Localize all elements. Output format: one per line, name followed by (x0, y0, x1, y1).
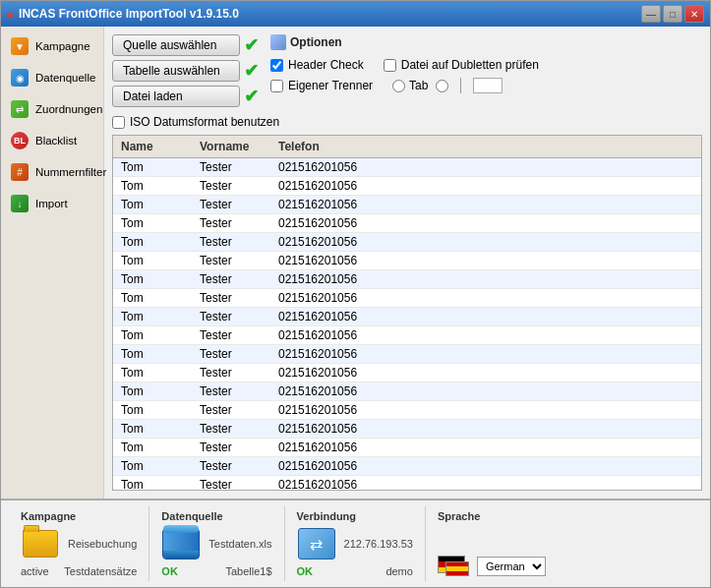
cell-telefon: 021516201056 (270, 252, 365, 269)
sidebar-label-zuordnungen: Zuordnungen (35, 103, 102, 115)
col-name: Name (113, 138, 192, 155)
eigener-trenner-checkbox[interactable] (270, 80, 283, 92)
cell-name: Tom (113, 345, 192, 363)
cell-telefon: 021516201056 (270, 364, 365, 382)
cell-name: Tom (113, 233, 192, 251)
cell-name: Tom (113, 177, 192, 195)
cell-name: Tom (113, 420, 192, 438)
table-row[interactable]: TomTester021516201056 (113, 439, 701, 457)
table-row[interactable]: TomTester021516201056 (113, 345, 701, 364)
cell-vorname: Tester (192, 252, 270, 269)
dubletten-label[interactable]: Datei auf Dubletten prüfen (384, 58, 539, 72)
table-row[interactable]: TomTester021516201056 (113, 457, 701, 476)
cell-vorname: Tester (192, 270, 270, 288)
cell-name: Tom (113, 308, 192, 325)
language-select[interactable]: German English (477, 557, 546, 576)
iso-checkbox[interactable] (112, 116, 125, 129)
table-row[interactable]: TomTester021516201056 (113, 214, 701, 233)
cell-telefon: 021516201056 (270, 214, 365, 232)
cell-vorname: Tester (192, 177, 270, 195)
sidebar-item-zuordnungen[interactable]: ⇄ Zuordnungen (1, 93, 103, 125)
tab-radio-label[interactable]: Tab (392, 79, 428, 92)
status-kampagne-status: active (21, 565, 49, 577)
options-grid: Header Check Datei auf Dubletten prüfen … (270, 58, 702, 93)
status-sprache-title: Sprache (438, 510, 480, 522)
table-row[interactable]: TomTester021516201056 (113, 308, 701, 326)
nummernfilter-icon: # (10, 162, 30, 182)
header-check-label[interactable]: Header Check (270, 58, 364, 72)
table-row[interactable]: TomTester021516201056 (113, 196, 701, 214)
sidebar-item-import[interactable]: ↓ Import (1, 188, 103, 219)
dubletten-checkbox[interactable] (384, 59, 396, 72)
quelle-button[interactable]: Quelle auswählen (112, 34, 240, 56)
table-row[interactable]: TomTester021516201056 (113, 364, 701, 382)
sidebar-item-blacklist[interactable]: BL Blacklist (1, 125, 103, 156)
cell-telefon: 021516201056 (270, 233, 365, 251)
maximize-button[interactable]: □ (663, 5, 682, 23)
tab-radio-row: Tab (392, 78, 503, 93)
data-table: Name Vorname Telefon TomTester0215162010… (112, 135, 702, 491)
table-row[interactable]: TomTester021516201056 (113, 233, 701, 252)
table-row[interactable]: TomTester021516201056 (113, 289, 701, 308)
cell-telefon: 021516201056 (270, 326, 365, 344)
cell-telefon: 021516201056 (270, 270, 365, 288)
header-check-checkbox[interactable] (270, 59, 283, 72)
cell-telefon: 021516201056 (270, 382, 365, 400)
tab-radio[interactable] (392, 80, 405, 92)
main-window: ■ INCAS FrontOffice ImportTool v1.9.15.0… (0, 0, 711, 588)
kampagne-icon: ▼ (10, 36, 30, 56)
status-verbindung: Verbindung ⇄ 212.76.193.53 OK demo (285, 506, 426, 581)
status-verbindung-mode: demo (385, 565, 413, 577)
status-sprache: Sprache German English (426, 506, 558, 581)
flag-icon (438, 556, 469, 577)
table-row[interactable]: TomTester021516201056 (113, 326, 701, 345)
zuordnungen-icon: ⇄ (10, 99, 30, 119)
sidebar-item-nummernfilter[interactable]: # Nummernfilter (1, 156, 103, 188)
close-button[interactable]: ✕ (684, 5, 704, 23)
custom-separator-input[interactable] (473, 78, 503, 93)
table-row[interactable]: TomTester021516201056 (113, 270, 701, 289)
status-datenquelle: Datenquelle Testdaten.xls OK Tabelle1$ (149, 506, 284, 581)
table-row[interactable]: TomTester021516201056 (113, 382, 701, 401)
col-vorname: Vorname (192, 138, 270, 155)
status-datenquelle-ok: OK (161, 565, 178, 577)
eigener-trenner-label[interactable]: Eigener Trenner (270, 79, 373, 92)
import-icon: ↓ (10, 194, 30, 213)
table-row[interactable]: TomTester021516201056 (113, 401, 701, 420)
cell-telefon: 021516201056 (270, 457, 365, 475)
sidebar-item-kampagne[interactable]: ▼ Kampagne (1, 30, 103, 62)
sidebar-label-import: Import (35, 198, 68, 209)
table-body[interactable]: TomTester021516201056TomTester0215162010… (113, 158, 701, 490)
status-kampagne-title: Kampagne (21, 510, 76, 522)
other-radio[interactable] (436, 80, 448, 92)
status-verbindung-title: Verbindung (297, 510, 357, 522)
sidebar-label-nummernfilter: Nummernfilter (35, 166, 106, 178)
datei-button[interactable]: Datei laden (112, 86, 240, 107)
table-row[interactable]: TomTester021516201056 (113, 476, 701, 490)
status-kampagne-name: Reisebuchung (68, 538, 137, 550)
titlebar: ■ INCAS FrontOffice ImportTool v1.9.15.0… (1, 1, 710, 27)
tabelle-button[interactable]: Tabelle auswählen (112, 60, 240, 82)
sidebar-item-datenquelle[interactable]: ◉ Datenquelle (1, 62, 103, 93)
cell-vorname: Tester (192, 308, 270, 325)
status-datenquelle-tablename: Tabelle1$ (225, 565, 271, 577)
minimize-button[interactable]: — (641, 5, 661, 23)
sidebar-label-datenquelle: Datenquelle (35, 72, 95, 84)
cell-name: Tom (113, 382, 192, 400)
cell-vorname: Tester (192, 382, 270, 400)
right-area: Quelle auswählen ✔ Tabelle auswählen ✔ D… (104, 27, 710, 499)
options-title: Optionen (270, 34, 702, 50)
cell-name: Tom (113, 439, 192, 456)
cell-telefon: 021516201056 (270, 196, 365, 213)
table-row[interactable]: TomTester021516201056 (113, 158, 701, 177)
status-datenquelle-filename: Testdaten.xls (208, 538, 271, 550)
app-logo: ■ (7, 9, 13, 20)
cell-vorname: Tester (192, 401, 270, 419)
iso-label[interactable]: ISO Datumsformat benutzen (112, 115, 702, 129)
table-row[interactable]: TomTester021516201056 (113, 420, 701, 439)
table-row[interactable]: TomTester021516201056 (113, 252, 701, 270)
cell-vorname: Tester (192, 439, 270, 456)
col-telefon: Telefon (270, 138, 349, 155)
table-row[interactable]: TomTester021516201056 (113, 177, 701, 196)
verbindung-conn-icon: ⇄ (297, 526, 336, 561)
